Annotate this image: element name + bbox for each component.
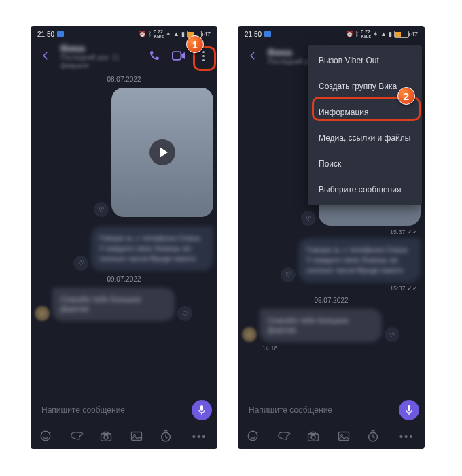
message-input-bar: Напишите сообщение <box>31 396 217 423</box>
contact-name[interactable]: Вика <box>60 42 140 54</box>
alarm-icon: ⏰ <box>139 31 146 37</box>
voice-message-button[interactable] <box>399 400 419 420</box>
react-button[interactable]: ♡ <box>73 256 88 271</box>
status-bar: 21:50 ⏰ ᛒ 0.72 KB/s ✶ ▲ ▮ 47 <box>238 26 425 39</box>
message-row: Спасибо тебе большое Дорогая ♡ <box>35 288 213 322</box>
gallery-button[interactable] <box>130 431 148 441</box>
svg-rect-12 <box>408 405 410 411</box>
network-speed: 0.72 KB/s <box>154 29 164 39</box>
back-button[interactable] <box>242 45 264 67</box>
react-button[interactable]: ♡ <box>281 267 296 282</box>
timestamp: 15:37 ✓✓ <box>242 285 421 292</box>
phone-screenshot-2: 21:50 ⏰ ᛒ 0.72 KB/s ✶ ▲ ▮ 47 Вика Послед… <box>238 26 425 449</box>
svg-rect-0 <box>173 52 181 60</box>
wifi-icon: ▲ <box>380 31 387 37</box>
svg-point-7 <box>104 435 108 439</box>
message-input[interactable]: Напишите сообщение <box>243 401 397 419</box>
app-indicator-icon <box>57 31 64 37</box>
sticker-button[interactable]: + <box>247 430 264 442</box>
callout-badge-1: 1 <box>186 35 204 53</box>
more-attachments-button[interactable]: ••• <box>398 430 416 442</box>
timer-button[interactable] <box>160 430 178 442</box>
svg-rect-19 <box>311 432 315 434</box>
volte-icon: ✶ <box>373 31 378 37</box>
signal-icon: ▮ <box>181 31 185 37</box>
app-indicator-icon <box>264 31 271 37</box>
play-icon <box>149 139 175 165</box>
menu-item-viber-out[interactable]: Вызов Viber Out <box>308 48 422 73</box>
message-row: Спасибо тебе большое Дорогая ♡ <box>242 309 421 343</box>
react-button[interactable]: ♡ <box>177 306 192 321</box>
options-menu: Вызов Viber Out Создать группу Вика Инфо… <box>308 45 422 205</box>
volte-icon: ✶ <box>166 31 171 37</box>
bluetooth-icon: ᛒ <box>148 31 152 37</box>
chat-scroll[interactable]: 08.07.2022 ♡ ♡ Говорю ж, с телефона Спас… <box>31 72 217 396</box>
battery-pct: 47 <box>204 31 211 37</box>
wifi-icon: ▲ <box>173 31 179 37</box>
svg-rect-8 <box>104 432 108 434</box>
svg-point-14 <box>251 435 252 436</box>
text-message[interactable]: Спасибо тебе большое Дорогая <box>260 309 382 343</box>
alarm-icon: ⏰ <box>346 31 353 37</box>
react-button[interactable]: ♡ <box>301 211 316 226</box>
svg-point-18 <box>311 435 315 439</box>
svg-rect-20 <box>338 432 349 440</box>
video-message[interactable] <box>111 88 213 217</box>
svg-rect-1 <box>200 405 203 411</box>
voice-message-button[interactable] <box>192 400 212 420</box>
gif-button[interactable] <box>70 430 88 441</box>
camera-button[interactable] <box>307 431 325 441</box>
camera-button[interactable] <box>100 431 118 441</box>
callout-badge-2: 2 <box>397 87 415 105</box>
timer-button[interactable] <box>368 430 385 442</box>
svg-text:+: + <box>256 430 259 435</box>
status-time: 21:50 <box>37 31 54 38</box>
avatar[interactable] <box>242 327 257 342</box>
message-row: ♡ Говорю ж, с телефона Спаси. У каждого … <box>242 238 421 282</box>
voice-call-button[interactable] <box>144 46 164 66</box>
attachment-toolbar: + ••• <box>238 423 425 449</box>
react-button[interactable]: ♡ <box>385 327 399 342</box>
status-time: 21:50 <box>245 31 262 38</box>
svg-point-3 <box>43 435 45 436</box>
timestamp: 15:37 ✓✓ <box>242 228 421 235</box>
menu-item-media-links-files[interactable]: Медиа, ссылки и файлы <box>308 125 422 151</box>
svg-point-4 <box>47 435 48 436</box>
svg-text:+: + <box>49 430 52 435</box>
menu-item-search[interactable]: Поиск <box>308 151 422 177</box>
signal-icon: ▮ <box>389 31 392 37</box>
svg-point-15 <box>254 435 255 436</box>
avatar[interactable] <box>35 306 50 321</box>
battery-pct: 47 <box>411 31 418 37</box>
message-input[interactable]: Напишите сообщение <box>36 401 190 419</box>
phone-screenshot-1: 21:50 ⏰ ᛒ 0.72 KB/s ✶ ▲ ▮ 47 Вика Послед… <box>31 26 217 449</box>
contact-status: Последний раз: 11 февраля <box>60 54 140 69</box>
gif-button[interactable] <box>277 430 295 441</box>
text-message[interactable]: Говорю ж, с телефона Спаси. У каждого св… <box>298 238 421 282</box>
message-input-bar: Напишите сообщение <box>238 396 425 423</box>
react-button[interactable]: ♡ <box>94 202 109 217</box>
video-call-button[interactable] <box>168 46 189 66</box>
timestamp: 14:18 <box>242 345 421 352</box>
sticker-button[interactable]: + <box>39 430 57 442</box>
battery-icon <box>394 31 409 38</box>
text-message[interactable]: Спасибо тебе большое Дорогая <box>52 288 175 322</box>
attachment-toolbar: + ••• <box>31 423 217 449</box>
menu-item-select-messages[interactable]: Выберите сообщения <box>308 177 422 203</box>
date-separator: 09.07.2022 <box>242 294 421 306</box>
network-speed: 0.72 KB/s <box>361 29 371 39</box>
back-button[interactable] <box>35 45 56 67</box>
message-row: ♡ <box>35 88 213 217</box>
text-message[interactable]: Говорю ж, с телефона Спаси. У каждого св… <box>91 226 213 271</box>
gallery-button[interactable] <box>338 431 355 441</box>
date-separator: 08.07.2022 <box>35 73 213 85</box>
message-row: ♡ Говорю ж, с телефона Спаси. У каждого … <box>35 226 213 271</box>
date-separator: 09.07.2022 <box>35 273 213 285</box>
more-attachments-button[interactable]: ••• <box>191 430 209 442</box>
bluetooth-icon: ᛒ <box>355 31 359 37</box>
svg-rect-9 <box>131 432 141 440</box>
